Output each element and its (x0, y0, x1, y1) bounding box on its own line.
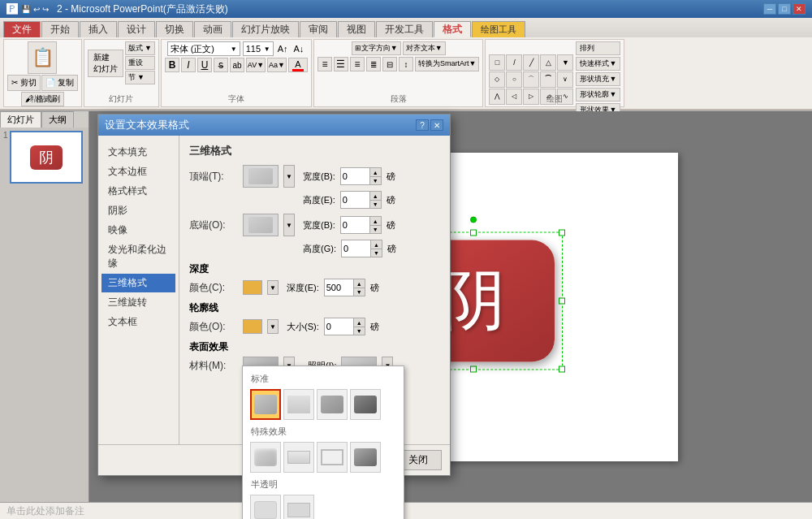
bottom-height-input[interactable]: ▲ ▼ (341, 240, 382, 257)
sidebar-text-fill[interactable]: 文本填充 (102, 143, 175, 162)
shape-more[interactable]: ▼ (557, 54, 573, 71)
handle-tm[interactable] (470, 229, 477, 236)
justify-button[interactable]: ≣ (366, 57, 381, 71)
underline-button[interactable]: U (197, 58, 212, 72)
handle-mr[interactable] (559, 297, 565, 304)
new-slide-button[interactable]: 新建幻灯片 (88, 50, 123, 77)
top-height-up[interactable]: ▲ (369, 192, 381, 200)
bottom-bevel-dropdown[interactable]: ▼ (283, 214, 295, 236)
top-height-input[interactable]: ▲ ▼ (340, 191, 382, 209)
tab-home[interactable]: 开始 (41, 21, 79, 37)
tab-transition[interactable]: 切换 (156, 21, 193, 37)
bold-button[interactable]: B (165, 58, 179, 72)
top-width-input[interactable]: ▲ ▼ (340, 167, 382, 185)
sidebar-glow-soft[interactable]: 发光和柔化边缘 (102, 240, 175, 273)
handle-rotate[interactable] (470, 216, 477, 223)
material-item-4[interactable] (350, 389, 381, 420)
material-special-1[interactable] (250, 442, 281, 473)
shape-4[interactable]: ⌒ (523, 71, 539, 88)
strikethrough-button[interactable]: S̶ (214, 58, 228, 72)
top-height-down[interactable]: ▼ (369, 200, 381, 208)
top-height-value[interactable] (341, 192, 369, 208)
sidebar-textbox[interactable]: 文本框 (102, 313, 175, 331)
bottom-width-input[interactable]: ▲ ▼ (340, 216, 382, 234)
bottom-width-value[interactable] (341, 217, 369, 233)
material-item-3[interactable] (317, 389, 348, 420)
bottom-width-up[interactable]: ▲ (369, 217, 381, 225)
sidebar-shadow[interactable]: 阴影 (102, 201, 175, 220)
top-bevel-preview[interactable] (243, 165, 279, 188)
top-width-up[interactable]: ▲ (369, 168, 381, 176)
material-special-2[interactable] (283, 442, 314, 473)
bottom-height-down[interactable]: ▼ (370, 249, 382, 257)
material-item-1[interactable] (250, 389, 281, 420)
contour-size-input[interactable]: ▲ ▼ (324, 318, 365, 335)
top-width-value[interactable] (341, 168, 369, 184)
close-button[interactable]: ✕ (793, 3, 806, 15)
sidebar-3d-format[interactable]: 三维格式 (102, 274, 175, 292)
maximize-button[interactable]: □ (778, 3, 791, 15)
tab-developer[interactable]: 开发工具 (376, 21, 433, 37)
depth-color-dropdown[interactable]: ▼ (267, 280, 279, 295)
material-special-3[interactable] (317, 442, 348, 473)
shadow-button[interactable]: ab (230, 58, 244, 72)
decrease-font-button[interactable]: A↓ (292, 43, 305, 54)
sidebar-format-style[interactable]: 格式样式 (102, 182, 175, 201)
quick-access[interactable]: 💾↩↪ (21, 5, 49, 14)
tab-format[interactable]: 格式 (434, 21, 471, 37)
depth-down[interactable]: ▼ (353, 288, 365, 296)
dialog-help-button[interactable]: ? (416, 119, 429, 131)
tab-design[interactable]: 设计 (118, 21, 155, 37)
contour-size-down[interactable]: ▼ (353, 327, 365, 335)
reset-button[interactable]: 重设 (125, 56, 155, 70)
shape-line[interactable]: / (506, 54, 522, 71)
section-button[interactable]: 节 ▼ (125, 71, 155, 84)
shape-3[interactable]: ○ (506, 71, 522, 88)
quick-styles-button[interactable]: 快速样式▼ (576, 57, 620, 71)
tab-insert[interactable]: 插入 (80, 21, 117, 37)
bottom-bevel-preview[interactable] (243, 214, 279, 236)
dialog-close-button[interactable]: ✕ (430, 119, 443, 131)
tab-drawing-tools[interactable]: 绘图工具 (472, 21, 525, 37)
bottom-width-down[interactable]: ▼ (369, 225, 381, 233)
tab-view[interactable]: 视图 (338, 21, 375, 37)
material-special-4[interactable] (350, 442, 381, 473)
tab-file[interactable]: 文件 (3, 21, 41, 37)
sidebar-3d-rotation[interactable]: 三维旋转 (102, 293, 175, 312)
shape-fill-button[interactable]: 形状填充▼ (576, 72, 620, 86)
bottom-height-value[interactable] (342, 240, 370, 257)
version-dropdown[interactable]: 版式 ▼ (125, 41, 155, 55)
shape-2[interactable]: ◇ (489, 71, 505, 88)
shape-6[interactable]: ∨ (557, 71, 573, 88)
contour-color-dropdown[interactable]: ▼ (267, 319, 279, 334)
material-trans-1[interactable] (250, 495, 281, 519)
material-trans-2[interactable] (283, 495, 314, 519)
align-right-button[interactable]: ≡ (350, 57, 365, 71)
tab-slideshow[interactable]: 幻灯片放映 (232, 21, 299, 37)
char-space-button[interactable]: AV▼ (246, 58, 266, 72)
text-direction-button[interactable]: ⊞文字方向▼ (352, 41, 401, 55)
align-text-button[interactable]: 对齐文本▼ (403, 41, 446, 55)
cut-button[interactable]: ✂ 剪切 (7, 75, 41, 91)
font-name-dropdown[interactable]: 宋体 (正文)▼ (167, 41, 240, 56)
contour-color-btn[interactable] (243, 319, 262, 334)
handle-tr[interactable] (559, 229, 565, 236)
handle-bm[interactable] (470, 365, 477, 372)
handle-br[interactable] (559, 365, 565, 372)
contour-size-value[interactable] (325, 318, 353, 335)
tab-animation[interactable]: 动画 (194, 21, 231, 37)
notes-bar[interactable]: 单击此处添加备注 (0, 502, 812, 519)
sidebar-text-border[interactable]: 文本边框 (102, 162, 175, 181)
align-left-button[interactable]: ≡ (317, 57, 332, 71)
tab-review[interactable]: 审阅 (300, 21, 337, 37)
change-case-button[interactable]: Aa▼ (267, 58, 287, 72)
top-width-down[interactable]: ▼ (369, 176, 381, 184)
bottom-height-up[interactable]: ▲ (370, 240, 382, 249)
slide-item-1[interactable]: 1 阴 (3, 131, 85, 184)
column-button[interactable]: ⊟ (382, 57, 397, 71)
depth-color-btn[interactable] (243, 280, 262, 295)
material-item-2[interactable] (283, 389, 314, 420)
copy-button[interactable]: 📄 复制 (41, 75, 78, 91)
italic-button[interactable]: I (181, 58, 196, 72)
contour-size-up[interactable]: ▲ (353, 318, 365, 327)
